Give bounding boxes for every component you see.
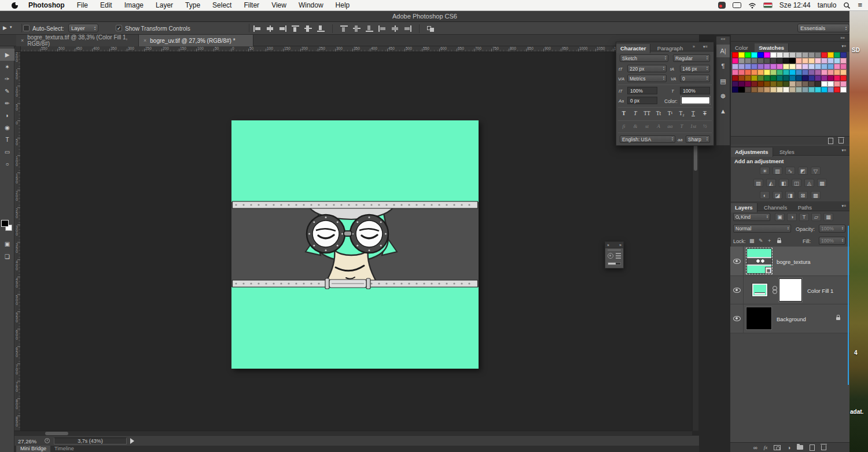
swatch[interactable] xyxy=(827,52,834,58)
smudge-tool[interactable]: ◉ xyxy=(0,122,14,134)
swatch[interactable] xyxy=(764,52,770,58)
swatch[interactable] xyxy=(777,52,783,58)
horizontal-ruler[interactable]: 5505004504003503002502001501005005010015… xyxy=(21,46,692,52)
swatch[interactable] xyxy=(840,75,847,81)
swatch[interactable] xyxy=(815,81,821,87)
swatch[interactable] xyxy=(815,64,821,69)
mini-floating-panel[interactable]: × » xyxy=(605,241,624,269)
swatch[interactable] xyxy=(770,69,777,75)
panel-menu-icon[interactable]: ▾≡ xyxy=(703,45,708,49)
swatch[interactable] xyxy=(821,58,827,64)
tracking-dropdown[interactable]: 0 xyxy=(680,75,710,82)
swatch[interactable] xyxy=(834,64,840,69)
link-layers-icon[interactable]: ∞ xyxy=(753,444,757,451)
tool-preset-icon[interactable]: ▶ xyxy=(3,25,7,31)
blend-mode-dropdown[interactable]: Normal xyxy=(733,225,791,233)
hungarian-input-flag-icon[interactable] xyxy=(763,2,773,8)
swatch[interactable] xyxy=(821,64,827,69)
swatch[interactable] xyxy=(789,58,796,64)
notification-center-icon[interactable]: ≡ xyxy=(858,2,862,8)
swatch[interactable] xyxy=(738,58,745,64)
quick-mask-icon[interactable]: ▣ xyxy=(0,241,14,247)
baseline-shift-field[interactable]: 0 px xyxy=(627,97,657,104)
swatch[interactable] xyxy=(834,69,840,75)
apple-menu-icon[interactable] xyxy=(12,2,18,9)
levels-icon[interactable]: ▥ xyxy=(773,167,782,175)
photo-filter-icon[interactable]: ◫ xyxy=(792,179,801,187)
collapse-icon[interactable]: » xyxy=(619,243,621,247)
status-popup-arrow-icon[interactable] xyxy=(130,438,134,444)
swatch[interactable] xyxy=(821,81,827,87)
type-style-button[interactable]: T xyxy=(619,109,629,117)
close-icon[interactable]: × xyxy=(607,243,609,247)
swatch[interactable] xyxy=(757,64,764,69)
swatch[interactable] xyxy=(738,64,745,69)
swatch[interactable] xyxy=(827,69,834,75)
character-panel-icon[interactable]: A| xyxy=(716,45,730,57)
opacity-dropdown[interactable]: 100% xyxy=(819,225,845,233)
swatch[interactable] xyxy=(751,64,757,69)
swatch[interactable] xyxy=(751,69,757,75)
swatch[interactable] xyxy=(783,64,789,69)
menu-image[interactable]: Image xyxy=(124,1,144,9)
tab-color[interactable]: Color xyxy=(731,43,752,53)
swatch[interactable] xyxy=(770,52,777,58)
zoom-tool[interactable]: ○ xyxy=(0,158,14,170)
swatch[interactable] xyxy=(777,75,783,81)
dist-left-icon[interactable] xyxy=(378,25,387,32)
layer-filter-icon[interactable]: ▱ xyxy=(811,213,821,221)
invert-icon[interactable]: ◐ xyxy=(760,191,770,199)
tab-paragraph[interactable]: Paragraph xyxy=(653,44,687,53)
tab-mini-bridge[interactable]: Mini Bridge xyxy=(16,446,50,452)
swatch[interactable] xyxy=(770,81,777,87)
leading-dropdown[interactable]: 146 px xyxy=(680,65,710,72)
type-style-button[interactable]: Ŧ xyxy=(700,109,710,117)
selective-color-icon[interactable]: ⊠ xyxy=(798,191,808,199)
swatch[interactable] xyxy=(751,58,757,64)
swatch[interactable] xyxy=(815,75,821,81)
swatch[interactable] xyxy=(783,52,789,58)
screen-recorder-icon[interactable] xyxy=(718,2,726,9)
swatch[interactable] xyxy=(764,64,770,69)
opentype-button[interactable]: & xyxy=(630,123,641,130)
layer-row-bogre-textura[interactable]: ▦ bogre_textura xyxy=(730,247,849,276)
swatch[interactable] xyxy=(777,64,783,69)
font-style-dropdown[interactable]: Regular xyxy=(673,54,710,62)
paint-bucket-tool[interactable]: ◗ xyxy=(0,109,14,122)
swatch[interactable] xyxy=(770,64,777,69)
tab-paths[interactable]: Paths xyxy=(794,203,816,212)
lock-position-icon[interactable]: + xyxy=(768,238,771,244)
type-style-button[interactable]: Tt xyxy=(653,109,664,117)
swatch[interactable] xyxy=(840,69,847,75)
menu-select[interactable]: Select xyxy=(212,1,231,9)
menu-layer[interactable]: Layer xyxy=(156,1,173,9)
menu-view[interactable]: View xyxy=(271,1,286,9)
tab-close-icon[interactable]: × xyxy=(144,38,146,43)
threshold-icon[interactable]: ◨ xyxy=(785,191,795,199)
swatch[interactable] xyxy=(789,81,796,87)
swatch[interactable] xyxy=(751,52,757,58)
swatch[interactable] xyxy=(764,58,770,64)
histogram-panel-icon[interactable]: ▲ xyxy=(716,105,730,117)
swatch[interactable] xyxy=(783,81,789,87)
swatch[interactable] xyxy=(802,75,808,81)
swatch[interactable] xyxy=(770,75,777,81)
brightness-contrast-icon[interactable]: ☀ xyxy=(760,167,770,175)
swatch[interactable] xyxy=(802,58,808,64)
new-group-icon[interactable] xyxy=(797,445,803,450)
type-tool[interactable]: T xyxy=(0,134,14,146)
swatch[interactable] xyxy=(815,69,821,75)
swatch[interactable] xyxy=(745,81,751,87)
font-family-dropdown[interactable]: Sketch xyxy=(620,54,668,62)
swatch[interactable] xyxy=(777,87,783,93)
swatch[interactable] xyxy=(777,69,783,75)
foreground-color-swatch[interactable] xyxy=(1,220,9,227)
swatch[interactable] xyxy=(745,87,751,93)
swatch[interactable] xyxy=(802,64,808,69)
swatch[interactable] xyxy=(738,52,745,58)
swatch[interactable] xyxy=(808,81,815,87)
opentype-button[interactable]: T xyxy=(676,123,687,130)
vibrance-icon[interactable]: ▽ xyxy=(811,167,821,175)
language-dropdown[interactable]: English: USA xyxy=(620,135,675,143)
text-color-swatch[interactable] xyxy=(681,97,710,104)
